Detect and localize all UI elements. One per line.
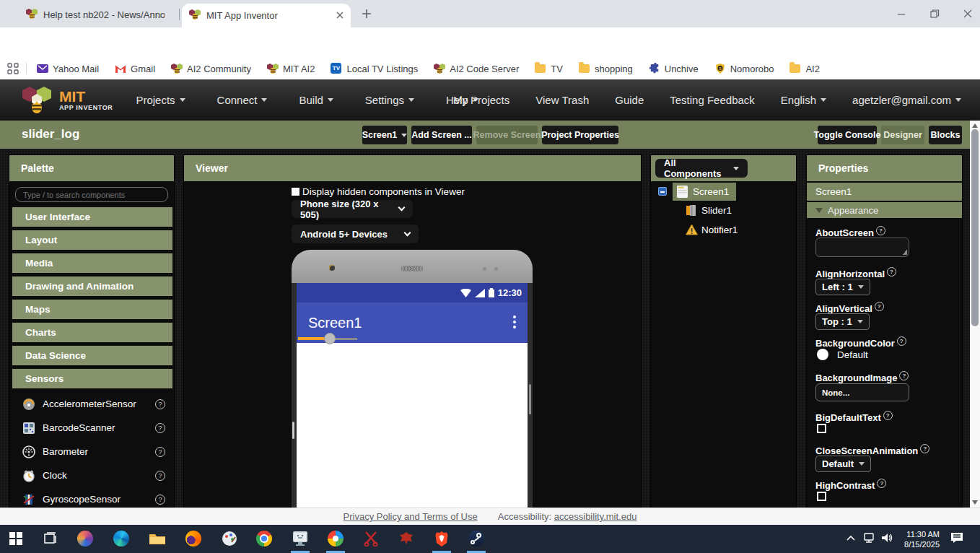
apps-grid-icon[interactable] — [7, 63, 19, 74]
palette-item-accelerometer[interactable]: AccelerometerSensor ? — [12, 392, 172, 416]
snipping-tool-icon[interactable] — [362, 530, 380, 547]
all-components-dropdown[interactable]: All Components — [655, 159, 748, 178]
emulator-monitor-icon[interactable] — [292, 530, 309, 547]
alignhorizontal-select[interactable]: Left : 1 — [815, 279, 870, 295]
bigdefaulttext-checkbox[interactable] — [817, 424, 826, 433]
tray-chevron-icon[interactable] — [846, 533, 856, 546]
bookmark-ai2-code-server[interactable]: AI2 Code Server — [434, 63, 519, 74]
palette-category-user-interface[interactable]: User Interface — [12, 207, 172, 227]
help-icon[interactable]: ? — [875, 302, 884, 311]
palette-item-barometer[interactable]: Barometer ? — [12, 440, 172, 463]
task-view-icon[interactable] — [42, 530, 59, 547]
palette-category-sensors[interactable]: Sensors — [12, 369, 172, 388]
bluestacks-icon[interactable] — [327, 530, 344, 547]
link-testing-feedback[interactable]: Testing Feedback — [670, 94, 755, 106]
scrollbar-up-arrow[interactable] — [972, 123, 978, 128]
slider-thumb[interactable] — [324, 333, 336, 344]
remove-screen-button[interactable]: Remove Screen — [476, 126, 538, 144]
bookmark-yahoo-mail[interactable]: Yahoo Mail — [37, 63, 99, 74]
highcontrast-checkbox[interactable] — [817, 492, 826, 501]
new-tab-button[interactable] — [361, 8, 372, 19]
kebab-menu-icon[interactable] — [513, 315, 516, 331]
phone-size-dropdown[interactable]: Phone size (320 x 505) — [292, 200, 413, 218]
help-icon[interactable]: ? — [899, 371, 909, 380]
tree-item-screen1[interactable]: Screen1 — [673, 183, 736, 201]
menu-projects[interactable]: Projects — [136, 94, 185, 106]
people-app-icon[interactable] — [76, 530, 94, 547]
page-scrollbar[interactable] — [970, 121, 980, 508]
link-my-projects[interactable]: My Projects — [453, 94, 509, 106]
appinventor-logo[interactable]: MIT APP INVENTOR — [20, 85, 113, 116]
help-icon[interactable]: ? — [155, 423, 165, 433]
scrollbar-thumb[interactable] — [971, 129, 979, 326]
volume-icon[interactable] — [880, 532, 893, 547]
palette-category-data-science[interactable]: Data Science — [12, 346, 172, 365]
menu-connect[interactable]: Connect — [217, 94, 268, 106]
help-icon[interactable]: ? — [877, 479, 886, 488]
appearance-section-header[interactable]: Appearance — [807, 202, 962, 218]
palette-category-maps[interactable]: Maps — [12, 300, 172, 319]
add-screen-button[interactable]: Add Screen ... — [411, 126, 472, 144]
language-selector[interactable]: English — [781, 94, 826, 106]
help-icon[interactable]: ? — [920, 444, 929, 453]
tray-clock[interactable]: 11:30 AM 8/15/2025 — [895, 529, 940, 549]
device-version-dropdown[interactable]: Android 5+ Devices — [292, 225, 419, 243]
network-icon[interactable] — [863, 532, 876, 547]
bookmark-folder-ai2[interactable]: AI2 — [789, 63, 820, 74]
palette-category-layout[interactable]: Layout — [12, 230, 172, 250]
palette-item-barcodescanner[interactable]: BarcodeScanner ? — [12, 416, 172, 440]
browser-tab-active[interactable]: MIT App Inventor — [182, 4, 351, 27]
tab-close-icon[interactable] — [336, 10, 344, 21]
bookmark-folder-tv[interactable]: TV — [535, 63, 563, 74]
help-icon[interactable]: ? — [876, 226, 885, 235]
aboutscreen-textarea[interactable] — [815, 238, 909, 257]
help-icon[interactable]: ? — [883, 411, 893, 420]
accessibility-link[interactable]: accessibility.mit.edu — [554, 511, 637, 522]
tree-collapse-toggle[interactable] — [658, 187, 667, 196]
palette-category-drawing[interactable]: Drawing and Animation — [12, 276, 172, 296]
display-hidden-checkbox[interactable] — [292, 188, 299, 196]
backgroundcolor-value-row[interactable]: Default — [817, 349, 868, 360]
bookmark-mit-ai2[interactable]: MIT AI2 — [267, 63, 315, 74]
steam-icon[interactable] — [468, 530, 485, 547]
action-center-icon[interactable] — [950, 531, 964, 547]
link-guide[interactable]: Guide — [615, 94, 644, 106]
start-button-icon[interactable] — [7, 530, 25, 547]
chrome-icon[interactable] — [255, 530, 273, 547]
menu-build[interactable]: Build — [299, 94, 333, 106]
designer-button[interactable]: Designer — [881, 126, 924, 144]
help-icon[interactable]: ? — [887, 267, 896, 276]
firefox-icon[interactable] — [185, 530, 202, 547]
palette-item-clock[interactable]: Clock ? — [12, 463, 172, 487]
red-app-icon[interactable] — [398, 530, 415, 547]
project-properties-button[interactable]: Project Properties — [542, 126, 618, 144]
color-swatch[interactable] — [817, 349, 828, 360]
tree-item-slider1[interactable]: Slider1 — [686, 204, 732, 217]
bookmark-gmail[interactable]: Gmail — [115, 63, 155, 74]
link-view-trash[interactable]: View Trash — [535, 94, 589, 106]
help-icon[interactable]: ? — [155, 495, 165, 505]
brave-icon[interactable] — [433, 530, 450, 547]
bookmark-nomorobo[interactable]: SNomorobo — [714, 63, 774, 74]
bookmark-unchive[interactable]: Unchive — [649, 63, 699, 74]
account-menu[interactable]: agetzler@gmail.com — [852, 94, 961, 106]
browser-tab-inactive[interactable]: Help test nb202 - News/Announcem — [19, 4, 176, 25]
window-restore-button[interactable] — [929, 9, 940, 19]
blocks-button[interactable]: Blocks — [929, 126, 962, 144]
paint-app-icon[interactable] — [221, 530, 238, 547]
help-icon[interactable]: ? — [155, 447, 165, 457]
bookmark-ai2-community[interactable]: AI2 Community — [171, 63, 251, 74]
backgroundimage-button[interactable]: None... — [815, 383, 909, 401]
menu-settings[interactable]: Settings — [365, 94, 414, 106]
scrollbar-down-arrow[interactable] — [972, 500, 978, 505]
bookmark-local-tv[interactable]: TVLocal TV Listings — [331, 63, 418, 74]
privacy-policy-link[interactable]: Privacy Policy and Terms of Use — [344, 511, 478, 522]
screen-selector-button[interactable]: Screen1 — [362, 126, 407, 144]
toggle-console-button[interactable]: Toggle Console — [818, 126, 877, 144]
help-icon[interactable]: ? — [897, 336, 906, 346]
closescreenanimation-select[interactable]: Default — [815, 456, 871, 472]
edge-browser-icon[interactable] — [113, 530, 130, 547]
bookmark-folder-shopping[interactable]: shopping — [579, 63, 633, 74]
file-explorer-icon[interactable] — [149, 530, 166, 547]
palette-category-media[interactable]: Media — [12, 253, 172, 273]
